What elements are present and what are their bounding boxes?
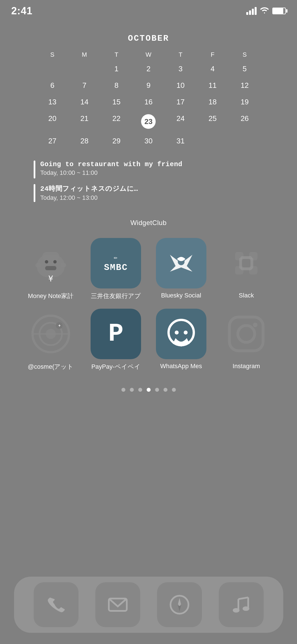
app-label: PayPay-ペイペイ [88, 363, 144, 371]
instagram-icon [224, 311, 269, 356]
slack-icon [224, 241, 269, 286]
calendar-day [197, 133, 229, 149]
event-item: 24時間フィットネスのジムに… Today, 12:00 ~ 13:00 [34, 184, 264, 202]
svg-line-35 [238, 597, 248, 599]
calendar-day[interactable]: 2 [132, 61, 164, 77]
calendar-day[interactable]: 16 [132, 94, 164, 110]
calendar-header: M [68, 49, 100, 61]
calendar-day[interactable]: 30 [132, 133, 164, 149]
calendar-day[interactable]: 10 [165, 77, 197, 94]
events-section: Going to restaurant with my friend Today… [34, 161, 264, 202]
app-label: Slack [218, 292, 274, 299]
event-content: 24時間フィットネスのジムに… Today, 12:00 ~ 13:00 [40, 184, 138, 201]
svg-rect-6 [61, 263, 66, 267]
svg-rect-14 [241, 267, 252, 270]
calendar-day[interactable]: 14 [68, 94, 100, 110]
page-dot[interactable] [147, 388, 151, 392]
calendar-day[interactable]: 7 [68, 77, 100, 94]
app-item[interactable]: Slack [217, 238, 276, 300]
event-bar [34, 161, 35, 178]
app-icon [156, 309, 206, 359]
app-label: Bluesky Social [153, 292, 209, 299]
calendar-grid: SMTWTFS123456789101112131415161718192021… [36, 49, 261, 149]
event-time: Today, 12:00 ~ 13:00 [40, 194, 138, 201]
calendar-day[interactable]: 28 [68, 133, 100, 149]
calendar-day[interactable]: 21 [68, 110, 100, 133]
calendar-day[interactable]: 12 [229, 77, 261, 94]
svg-rect-15 [239, 258, 242, 269]
calendar-day[interactable]: 24 [165, 110, 197, 133]
page-dot[interactable] [138, 388, 142, 392]
calendar-day[interactable]: 11 [197, 77, 229, 94]
app-item[interactable]: Instagram [217, 309, 276, 371]
calendar-day[interactable]: 18 [197, 94, 229, 110]
status-bar: 2:41 [0, 0, 297, 17]
app-item[interactable]: WhatsApp Mes [151, 309, 211, 371]
calendar-day[interactable]: 1 [100, 61, 132, 77]
event-item: Going to restaurant with my friend Today… [34, 161, 264, 178]
calendar-day[interactable]: 27 [36, 133, 68, 149]
calendar-day[interactable]: 9 [132, 77, 164, 94]
svg-point-38 [243, 606, 249, 611]
calendar-day [229, 133, 261, 149]
app-label: Instagram [218, 363, 274, 370]
calendar-day[interactable]: 29 [100, 133, 132, 149]
app-icon: ✏ SMBC [91, 238, 141, 288]
page-dot[interactable] [130, 388, 134, 392]
svg-text:+: + [58, 323, 61, 328]
app-label: WhatsApp Mes [153, 363, 209, 370]
bluesky-icon [164, 246, 198, 280]
event-bar [34, 184, 35, 202]
calendar-day[interactable]: 20 [36, 110, 68, 133]
dock-item-compass[interactable] [157, 582, 202, 627]
app-icon: ¥ [26, 238, 76, 288]
calendar-header: T [165, 49, 197, 61]
app-item[interactable]: ¥ Money Note家計 [21, 238, 81, 300]
calendar-day[interactable]: 19 [229, 94, 261, 110]
app-label: @cosme(アット [23, 363, 79, 371]
svg-rect-5 [35, 263, 41, 267]
calendar-day[interactable]: 5 [229, 61, 261, 77]
app-icon [221, 309, 271, 359]
page-dot[interactable] [155, 388, 159, 392]
dock-item-mail[interactable] [95, 582, 140, 627]
cosme-icon: + [28, 311, 73, 356]
calendar-day[interactable]: 25 [197, 110, 229, 133]
app-icon [156, 238, 206, 288]
calendar-day[interactable]: 26 [229, 110, 261, 133]
paypay-text-icon: P [108, 321, 123, 347]
page-dots [0, 388, 297, 392]
app-item[interactable]: PPayPay-ペイペイ [86, 309, 146, 371]
signal-icon [246, 7, 257, 15]
money-note-icon: ¥ [28, 241, 73, 286]
calendar-day[interactable]: 4 [197, 61, 229, 77]
calendar-day[interactable]: 17 [165, 94, 197, 110]
event-time: Today, 10:00 ~ 11:00 [40, 169, 183, 177]
app-item[interactable]: Bluesky Social [151, 238, 211, 300]
calendar-day[interactable]: 3 [165, 61, 197, 77]
dock-item-phone[interactable] [34, 582, 79, 627]
calendar-day[interactable]: 13 [36, 94, 68, 110]
calendar-day[interactable]: 31 [165, 133, 197, 149]
calendar-day[interactable]: 8 [100, 77, 132, 94]
calendar-day[interactable]: 22 [100, 110, 132, 133]
calendar-header: F [197, 49, 229, 61]
app-icon [221, 238, 271, 288]
calendar-month: OCTOBER [36, 34, 261, 43]
svg-point-23 [169, 320, 194, 345]
app-item[interactable]: ✏ SMBC 三井住友銀行アプ [86, 238, 146, 300]
app-item[interactable]: + @cosme(アット [21, 309, 81, 371]
page-dot[interactable] [164, 388, 167, 392]
page-dot[interactable] [172, 388, 176, 392]
svg-rect-16 [250, 258, 253, 269]
calendar-day[interactable]: 6 [36, 77, 68, 94]
whatsapp-icon [164, 317, 198, 351]
page-dot[interactable] [121, 388, 125, 392]
svg-point-28 [253, 323, 257, 327]
app-grid: ¥ Money Note家計 ✏ SMBC 三井住友銀行アプ Bluesky S… [15, 238, 282, 371]
dock-item-music[interactable] [219, 582, 264, 627]
calendar-day[interactable]: 23 [132, 110, 164, 133]
calendar-day[interactable]: 15 [100, 94, 132, 110]
status-icons [246, 6, 286, 16]
event-title: Going to restaurant with my friend [40, 161, 183, 168]
